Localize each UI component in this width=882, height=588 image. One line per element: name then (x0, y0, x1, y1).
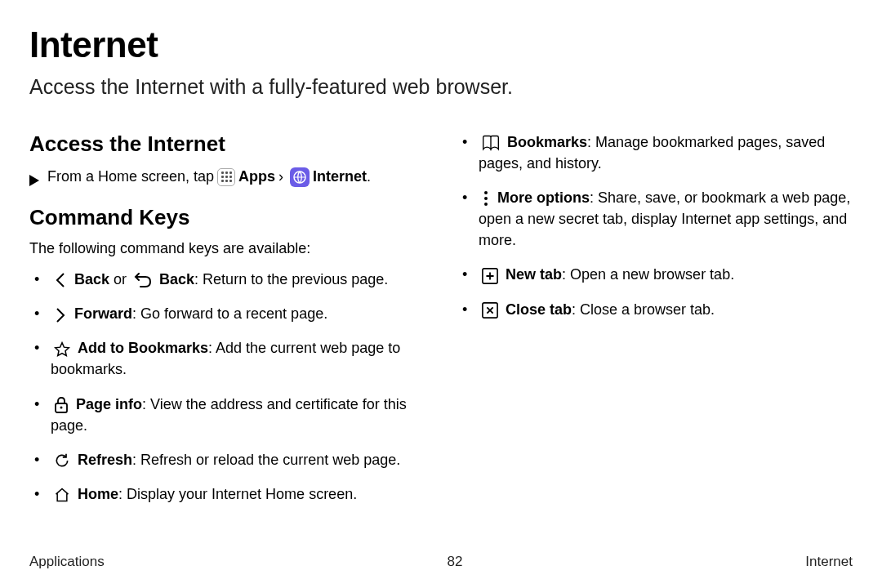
manual-page: Internet Access the Internet with a full… (0, 0, 882, 588)
svg-marker-0 (29, 175, 39, 186)
item-add-bookmarks: Add to Bookmarks: Add the current web pa… (29, 337, 425, 380)
star-icon (54, 341, 70, 358)
or-text: or (109, 271, 131, 287)
new-tab-icon (482, 268, 498, 284)
apps-icon (217, 168, 235, 186)
refresh-icon (54, 452, 70, 469)
forward-chevron-icon (54, 307, 67, 323)
step-internet-label: Internet (313, 167, 367, 187)
step-period: . (367, 167, 371, 187)
command-list-right: Bookmarks: Manage bookmarked pages, save… (457, 131, 853, 320)
lock-icon (54, 396, 69, 414)
more-options-icon (482, 190, 490, 207)
command-intro: The following command keys are available… (29, 240, 425, 257)
back-chevron-icon (54, 272, 67, 288)
item-page-info: Page info: View the address and certific… (29, 394, 425, 436)
refresh-label: Refresh (78, 452, 132, 468)
refresh-desc: : Refresh or reload the current web page… (132, 452, 400, 468)
footer-page-number: 82 (448, 554, 463, 570)
item-bookmarks: Bookmarks: Manage bookmarked pages, save… (457, 131, 853, 174)
back-desc: : Return to the previous page. (194, 271, 388, 287)
item-refresh: Refresh: Refresh or reload the current w… (29, 449, 425, 470)
access-step: From a Home screen, tap Apps › Internet (29, 167, 425, 190)
bookmarks-icon (482, 135, 500, 151)
forward-desc: : Go forward to a recent page. (132, 305, 327, 322)
addbm-label: Add to Bookmarks (78, 340, 208, 356)
item-back: Back or Back: Return to the previous pag… (29, 269, 425, 290)
newtab-desc: : Open a new browser tab. (562, 266, 734, 283)
close-tab-icon (482, 302, 498, 318)
bookmarks-label: Bookmarks (507, 134, 587, 150)
svg-point-4 (60, 406, 63, 408)
footer-right: Internet (805, 554, 853, 570)
pageinfo-label: Page info (76, 396, 142, 412)
item-forward: Forward: Go forward to a recent page. (29, 303, 425, 324)
svg-point-7 (484, 203, 488, 206)
forward-label: Forward (74, 305, 132, 322)
step-separator: › (278, 167, 283, 187)
back-label: Back (74, 271, 109, 287)
section-command-heading: Command Keys (29, 205, 425, 230)
home-desc: : Display your Internet Home screen. (118, 486, 357, 502)
item-home: Home: Display your Internet Home screen. (29, 483, 425, 505)
right-column: Bookmarks: Manage bookmarked pages, save… (457, 128, 853, 518)
command-list-left: Back or Back: Return to the previous pag… (29, 269, 425, 505)
internet-globe-icon (290, 167, 310, 187)
step-text-prefix: From a Home screen, tap (47, 167, 214, 187)
closetab-desc: : Close a browser tab. (572, 301, 715, 318)
more-label: More options (497, 189, 590, 206)
closetab-label: Close tab (506, 301, 572, 318)
step-marker-icon (29, 170, 39, 190)
item-new-tab: New tab: Open a new browser tab. (457, 264, 853, 285)
page-subtitle: Access the Internet with a fully-feature… (29, 75, 853, 99)
left-column: Access the Internet From a Home screen, … (29, 128, 425, 518)
item-close-tab: Close tab: Close a browser tab. (457, 299, 853, 320)
newtab-label: New tab (506, 266, 562, 283)
content-columns: Access the Internet From a Home screen, … (29, 128, 853, 518)
footer-left: Applications (29, 554, 105, 570)
svg-point-5 (484, 191, 488, 194)
page-title: Internet (29, 24, 853, 65)
step-apps-label: Apps (238, 167, 275, 187)
svg-point-6 (484, 197, 488, 200)
page-footer: Applications 82 Internet (29, 554, 853, 570)
item-more-options: More options: Share, save, or bookmark a… (457, 187, 853, 251)
home-label: Home (78, 486, 118, 502)
home-icon (54, 487, 70, 503)
back2-label: Back (159, 271, 194, 287)
section-access-heading: Access the Internet (29, 131, 425, 157)
back-return-icon (134, 273, 152, 287)
